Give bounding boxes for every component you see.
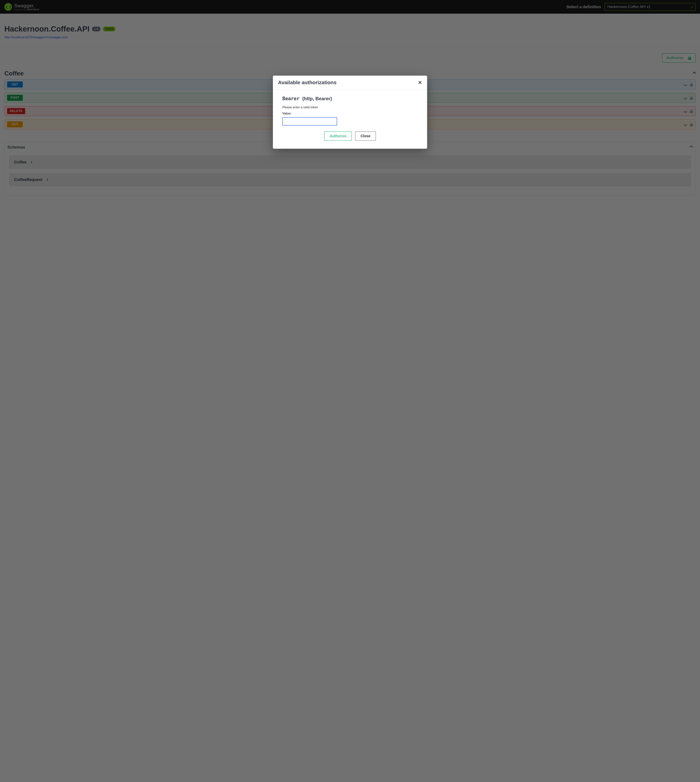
modal-title: Available authorizations <box>278 80 337 85</box>
auth-hint: Please enter a valid token <box>282 105 418 109</box>
modal-authorize-button[interactable]: Authorize <box>324 131 352 141</box>
modal-close-button[interactable]: Close <box>355 131 376 141</box>
auth-value-label: Value: <box>282 112 418 115</box>
modal-button-row: Authorize Close <box>282 131 418 141</box>
auth-scheme-code: Bearer <box>282 96 300 101</box>
authorize-modal: Available authorizations ✕ Bearer (http,… <box>273 76 427 149</box>
authorize-modal-overlay[interactable]: Available authorizations ✕ Bearer (http,… <box>0 0 700 782</box>
modal-header: Available authorizations ✕ <box>273 76 427 90</box>
auth-scheme-name: Bearer (http, Bearer) <box>282 96 418 101</box>
modal-close-icon[interactable]: ✕ <box>418 80 422 85</box>
auth-scheme-detail: (http, Bearer) <box>302 96 332 101</box>
auth-token-input[interactable] <box>282 117 337 126</box>
modal-body: Bearer (http, Bearer) Please enter a val… <box>273 90 427 149</box>
